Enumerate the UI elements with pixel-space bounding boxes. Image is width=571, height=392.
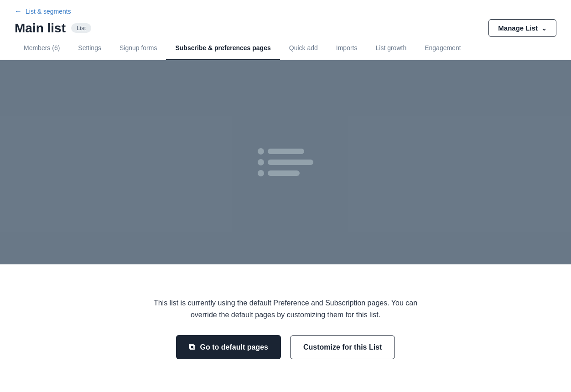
back-arrow-icon: ←: [15, 7, 22, 15]
tab-members[interactable]: Members (6): [15, 37, 69, 60]
tab-subscribe-preferences[interactable]: Subscribe & preferences pages: [166, 37, 280, 60]
bottom-section: This list is currently using the default…: [0, 264, 571, 392]
placeholder-circle: [258, 148, 264, 155]
overlay-area: [0, 60, 571, 264]
placeholder-bar: [268, 160, 313, 165]
top-section: ← List & segments Main list List Manage …: [0, 0, 571, 264]
placeholder-row: [258, 159, 313, 165]
tab-imports[interactable]: Imports: [327, 37, 367, 60]
go-to-default-pages-button[interactable]: ⧉ Go to default pages: [176, 335, 281, 359]
tab-settings[interactable]: Settings: [69, 37, 110, 60]
page-title: Main list: [15, 21, 66, 36]
loading-placeholder: [258, 148, 313, 176]
placeholder-circle: [258, 170, 264, 176]
back-link-label: List & segments: [26, 8, 71, 15]
header: ← List & segments Main list List Manage …: [0, 0, 571, 37]
go-to-default-pages-label: Go to default pages: [200, 343, 268, 351]
nav-tabs: Members (6)SettingsSignup formsSubscribe…: [0, 37, 571, 60]
external-link-icon: ⧉: [189, 342, 195, 352]
manage-list-button[interactable]: Manage List ⌄: [488, 19, 556, 37]
placeholder-row: [258, 170, 313, 176]
description-text: This list is currently using the default…: [144, 297, 427, 320]
page-title-group: Main list List: [15, 21, 91, 36]
tab-signup-forms[interactable]: Signup forms: [110, 37, 166, 60]
manage-list-label: Manage List: [498, 24, 538, 32]
header-row: Main list List Manage List ⌄: [15, 19, 556, 37]
action-buttons: ⧉ Go to default pages Customize for this…: [176, 335, 395, 359]
customize-list-button[interactable]: Customize for this List: [290, 335, 395, 359]
tab-quick-add[interactable]: Quick add: [280, 37, 327, 60]
list-badge: List: [71, 23, 91, 33]
placeholder-bar: [268, 170, 300, 176]
customize-list-label: Customize for this List: [303, 343, 382, 351]
chevron-down-icon: ⌄: [541, 25, 547, 32]
placeholder-circle: [258, 159, 264, 165]
placeholder-row: [258, 148, 313, 155]
tab-list-growth[interactable]: List growth: [366, 37, 415, 60]
placeholder-bar: [268, 149, 304, 154]
back-link[interactable]: ← List & segments: [15, 7, 71, 15]
tab-engagement[interactable]: Engagement: [415, 37, 470, 60]
